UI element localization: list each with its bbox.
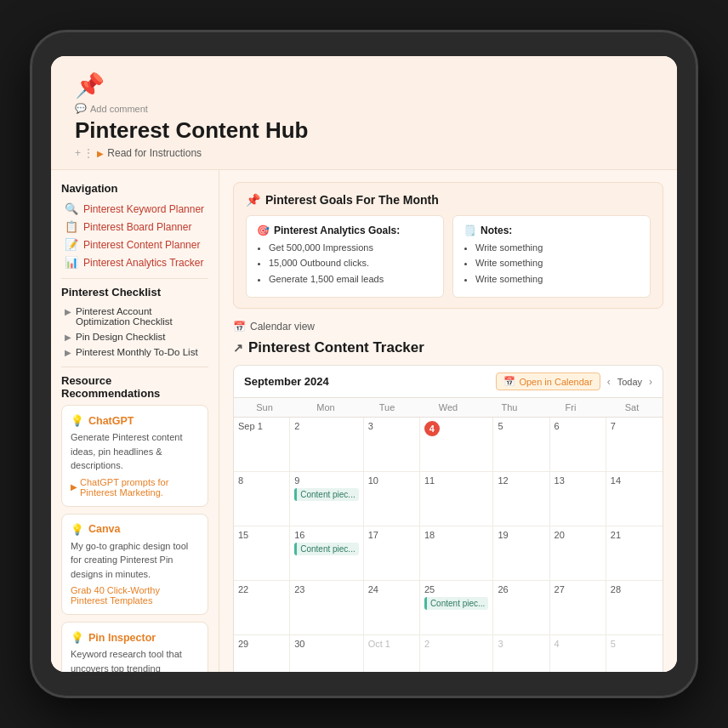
cal-cell[interactable]: 10: [364, 472, 420, 526]
tracker-arrow-icon: ↗: [233, 341, 243, 355]
cal-event[interactable]: Content piec...: [424, 597, 488, 610]
cal-date: 12: [498, 475, 544, 486]
cal-cell[interactable]: Oct 1: [364, 635, 420, 672]
cal-date: 8: [238, 475, 285, 486]
cal-cell[interactable]: 26: [493, 581, 549, 635]
sidebar-item-content-planner[interactable]: 📝 Pinterest Content Planner: [61, 236, 208, 253]
note-2: Write something: [475, 273, 640, 286]
cal-cell[interactable]: 12: [493, 472, 549, 526]
notes-icon: 🗒️: [464, 225, 476, 236]
open-in-calendar-button[interactable]: 📅 Open in Calendar: [496, 373, 600, 390]
comment-icon: 💬: [75, 103, 87, 114]
calendar-body: Sep 123456789Content piec...101112131415…: [234, 418, 663, 672]
cal-cell[interactable]: 7: [606, 418, 663, 472]
link-arrow-icon-1: ▶: [71, 482, 77, 492]
cal-cell[interactable]: 21: [606, 526, 663, 581]
cal-cell[interactable]: 6: [550, 418, 606, 472]
cal-event[interactable]: Content piec...: [294, 543, 358, 555]
calendar-btn-icon: 📅: [503, 376, 515, 387]
day-thu: Thu: [479, 398, 540, 417]
sidebar-item-analytics-tracker[interactable]: 📊 Pinterest Analytics Tracker: [61, 253, 208, 271]
analytics-goal-2: Generate 1,500 email leads: [269, 273, 433, 286]
cal-cell[interactable]: 13: [550, 472, 606, 526]
cal-cell[interactable]: 19: [493, 526, 549, 581]
cal-cell[interactable]: 18: [420, 526, 493, 581]
checklist-label-2: Pinterest Monthly To-Do List: [76, 347, 198, 357]
cal-cell[interactable]: 5: [606, 635, 663, 672]
calendar-view-link[interactable]: 📅 Calendar view: [233, 321, 663, 333]
cal-date: 3: [498, 639, 544, 649]
chevron-right-icon: ▶: [65, 307, 71, 316]
cal-cell[interactable]: 30: [290, 635, 363, 672]
next-month-button[interactable]: ›: [649, 376, 652, 388]
cal-date: 5: [611, 639, 658, 649]
cal-cell[interactable]: 29: [234, 635, 290, 672]
prev-month-button[interactable]: ‹: [607, 376, 611, 388]
cal-cell[interactable]: 25Content piec...: [420, 581, 493, 635]
sidebar-item-keyword-planner[interactable]: 🔍 Pinterest Keyword Planner: [61, 200, 208, 218]
cal-cell[interactable]: 16Content piec...: [290, 526, 363, 581]
cal-date: 7: [611, 421, 658, 431]
cal-cell[interactable]: 20: [550, 526, 606, 581]
cal-cell[interactable]: 15: [234, 526, 290, 581]
cal-cell[interactable]: 9Content piec...: [290, 472, 363, 526]
cal-cell[interactable]: 2: [420, 635, 493, 672]
calendar-month: September 2024: [244, 375, 329, 388]
cal-date: 25: [424, 584, 488, 594]
cal-date: 23: [294, 584, 358, 594]
read-instructions[interactable]: + ⋮ ▶ Read for Instructions: [75, 147, 653, 159]
checklist-item-pin-design[interactable]: ▶ Pin Design Checklist: [61, 329, 208, 344]
checklist-label-0: Pinterest Account Optimization Checklist: [76, 306, 205, 327]
cal-cell[interactable]: 3: [493, 635, 549, 672]
cal-date: 24: [368, 584, 415, 594]
cal-cell[interactable]: 22: [234, 581, 290, 635]
goals-grid: 🎯 Pinterest Analytics Goals: Get 500,000…: [246, 215, 651, 298]
cal-cell[interactable]: 28: [606, 581, 663, 635]
today-button[interactable]: Today: [617, 377, 642, 387]
navigation-title: Navigation: [61, 182, 208, 195]
cal-cell[interactable]: Sep 1: [234, 418, 290, 472]
cal-cell[interactable]: 17: [364, 526, 420, 581]
cal-date: Oct 1: [368, 639, 415, 649]
canva-link[interactable]: Grab 40 Click-Worthy Pinterest Templates: [71, 585, 199, 606]
cal-cell[interactable]: 5: [493, 418, 549, 472]
chatgpt-desc: Generate Pinterest content ideas, pin he…: [71, 430, 199, 473]
cal-cell[interactable]: 27: [550, 581, 606, 635]
cal-cell[interactable]: 8: [234, 472, 290, 526]
cal-date: 5: [498, 421, 544, 431]
cal-date: 21: [611, 530, 658, 540]
cal-cell[interactable]: 11: [420, 472, 493, 526]
cal-cell[interactable]: 24: [364, 581, 420, 635]
checklist-item-optimization[interactable]: ▶ Pinterest Account Optimization Checkli…: [61, 304, 208, 329]
chevron-right-icon-2: ▶: [65, 333, 71, 342]
cal-cell[interactable]: 4: [550, 635, 606, 672]
calendar-view-text: Calendar view: [250, 321, 315, 333]
analytics-icon: 📊: [65, 256, 78, 269]
lightbulb-icon-2: 💡: [71, 523, 84, 536]
pin-inspector-desc: Keyword research tool that uncovers top …: [71, 647, 199, 672]
cal-cell[interactable]: 3: [364, 418, 420, 472]
chatgpt-link[interactable]: ▶ ChatGPT prompts for Pinterest Marketin…: [71, 477, 199, 498]
cal-date: 11: [424, 475, 488, 486]
day-sat: Sat: [601, 398, 663, 417]
analytics-goal-1: 15,000 Outbound clicks.: [269, 257, 433, 270]
arrow-icon: ▶: [97, 149, 104, 158]
checklist-section: Pinterest Checklist ▶ Pinterest Account …: [61, 286, 208, 360]
add-comment-text[interactable]: Add comment: [90, 104, 148, 114]
cal-cell[interactable]: 14: [606, 472, 663, 526]
add-comment-row[interactable]: 💬 Add comment: [75, 103, 653, 114]
sidebar-item-board-planner[interactable]: 📋 Pinterest Board Planner: [61, 218, 208, 236]
checklist-item-monthly-todo[interactable]: ▶ Pinterest Monthly To-Do List: [61, 344, 208, 360]
cal-date: 22: [238, 584, 285, 594]
cal-date: 16: [294, 530, 358, 540]
cal-event[interactable]: Content piec...: [294, 488, 358, 501]
canva-title: 💡 Canva: [71, 523, 199, 536]
cal-cell[interactable]: 23: [290, 581, 363, 635]
cal-cell[interactable]: 2: [290, 418, 363, 472]
cal-cell[interactable]: 4: [420, 418, 493, 472]
keyword-icon: 🔍: [65, 202, 78, 215]
cal-date: 29: [238, 639, 285, 649]
board-icon: 📋: [65, 220, 78, 233]
checklist-label-1: Pin Design Checklist: [76, 332, 165, 342]
lightbulb-icon-3: 💡: [71, 631, 84, 644]
